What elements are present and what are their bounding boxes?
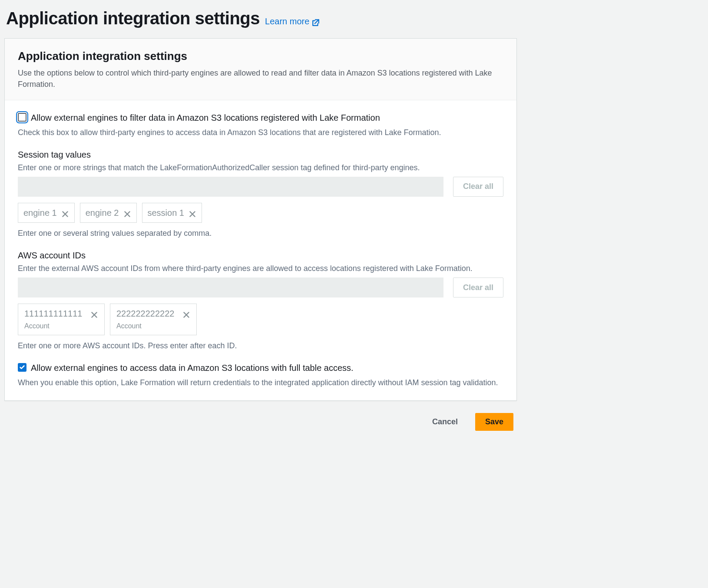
aws-accounts-hint: Enter one or more AWS account IDs. Press… <box>18 340 503 351</box>
session-tag-list: engine 1engine 2session 1 <box>18 203 503 223</box>
card-title: Application integration settings <box>18 48 503 64</box>
aws-account-id: 111111111111 <box>24 307 82 320</box>
session-tags-label: Session tag values <box>18 149 503 161</box>
page-header: Application integration settings Learn m… <box>6 6 517 30</box>
session-tag-text: engine 2 <box>86 207 119 219</box>
session-tag-token: engine 2 <box>80 203 137 223</box>
session-tags-input-row: Clear all <box>18 177 503 197</box>
learn-more-text: Learn more <box>265 15 309 27</box>
full-access-help: When you enable this option, Lake Format… <box>18 377 503 388</box>
footer: Cancel Save <box>4 401 517 431</box>
aws-accounts-label: AWS account IDs <box>18 249 503 261</box>
remove-account-icon[interactable] <box>182 310 190 317</box>
session-tag-token: session 1 <box>142 203 202 223</box>
save-button[interactable]: Save <box>475 413 513 431</box>
aws-account-token: 222222222222Account <box>110 304 197 335</box>
aws-accounts-clear-all-button[interactable]: Clear all <box>453 277 503 297</box>
full-access-label: Allow external engines to access data in… <box>31 362 354 374</box>
aws-accounts-input-row: Clear all <box>18 277 503 297</box>
session-tag-text: session 1 <box>148 207 185 219</box>
learn-more-link[interactable]: Learn more <box>265 15 320 27</box>
page: Application integration settings Learn m… <box>0 0 521 437</box>
aws-accounts-section: AWS account IDs Enter the external AWS a… <box>18 249 503 351</box>
aws-account-sub: Account <box>24 321 50 331</box>
aws-account-list: 111111111111Account222222222222Account <box>18 304 503 335</box>
full-access-checkbox[interactable] <box>18 363 26 372</box>
card-header: Application integration settings Use the… <box>5 39 516 100</box>
session-tags-input[interactable] <box>18 177 443 197</box>
remove-tag-icon[interactable] <box>123 209 131 217</box>
allow-filter-row: Allow external engines to filter data in… <box>18 112 503 124</box>
session-tags-desc: Enter one or more strings that match the… <box>18 162 503 173</box>
session-tags-section: Session tag values Enter one or more str… <box>18 149 503 239</box>
allow-filter-label: Allow external engines to filter data in… <box>31 112 380 124</box>
aws-account-sub: Account <box>116 321 142 331</box>
allow-filter-help: Check this box to allow third-party engi… <box>18 127 503 138</box>
aws-accounts-input[interactable] <box>18 277 443 297</box>
aws-account-token: 111111111111Account <box>18 304 105 335</box>
external-link-icon <box>312 17 320 25</box>
full-access-section: Allow external engines to access data in… <box>18 362 503 388</box>
card-body: Allow external engines to filter data in… <box>5 100 516 401</box>
cancel-button[interactable]: Cancel <box>423 413 467 431</box>
aws-account-id: 222222222222 <box>116 307 174 320</box>
aws-accounts-desc: Enter the external AWS account IDs from … <box>18 263 503 274</box>
session-tags-hint: Enter one or several string values separ… <box>18 228 503 239</box>
card-description: Use the options below to control which t… <box>18 67 503 90</box>
remove-tag-icon[interactable] <box>61 209 69 217</box>
settings-card: Application integration settings Use the… <box>4 38 517 401</box>
full-access-row: Allow external engines to access data in… <box>18 362 503 374</box>
session-tag-text: engine 1 <box>23 207 57 219</box>
remove-tag-icon[interactable] <box>189 209 196 217</box>
session-tags-clear-all-button[interactable]: Clear all <box>453 177 503 197</box>
allow-filter-checkbox[interactable] <box>18 113 26 122</box>
session-tag-token: engine 1 <box>18 203 75 223</box>
remove-account-icon[interactable] <box>90 310 98 317</box>
page-title: Application integration settings <box>6 6 260 30</box>
